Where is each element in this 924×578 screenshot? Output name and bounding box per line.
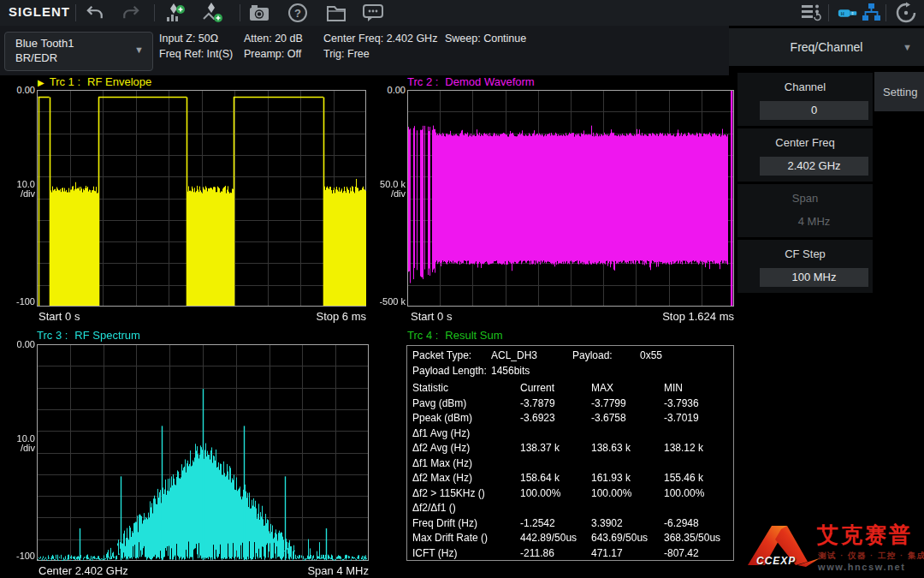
- table-cell: MIN: [664, 381, 683, 396]
- table-cell: 368.35/50us: [664, 531, 720, 546]
- trc2-y-bottom: -500 k: [371, 297, 406, 307]
- center-freq-value: Center Freq: 2.402 GHz: [323, 33, 437, 45]
- camera-icon[interactable]: [248, 2, 270, 24]
- svg-text:?: ?: [294, 7, 301, 20]
- table-cell: Δf1 Max (Hz): [412, 456, 472, 472]
- table-cell: 138.63 k: [591, 441, 631, 456]
- trace2-title[interactable]: Trc 2 :Demod Waveform: [407, 75, 535, 88]
- table-row: Δf2 Avg (Hz)138.37 k138.63 k138.12 k: [407, 441, 733, 456]
- trace3-title[interactable]: Trc 3 :RF Spectrum: [37, 329, 140, 342]
- table-cell: Statistic: [412, 381, 448, 396]
- trc1-x-stop: Stop 6 ms: [37, 310, 366, 323]
- measure-mode-dropdown[interactable]: Blue Tooth1 BR/EDR ▼: [4, 32, 153, 71]
- result-sum-table: Packet Type:ACL_DH3Payload:0x55Payload L…: [406, 345, 734, 561]
- sidebar-button-channel[interactable]: Channel0: [737, 73, 873, 126]
- table-cell: MAX: [591, 381, 613, 396]
- toolbar-divider: [828, 4, 829, 21]
- table-cell: 100.00%: [664, 486, 704, 502]
- table-cell: 158.64 k: [520, 471, 560, 486]
- sidebar-button-center-freq[interactable]: Center Freq2.402 GHz: [737, 128, 873, 182]
- trc1-y-mid: 10.0/div: [7, 180, 35, 199]
- button-label: CF Step: [737, 247, 873, 260]
- siglent-logo: SIGLENT: [9, 4, 70, 19]
- message-icon[interactable]: [362, 2, 384, 24]
- trc3-x-span: Span 4 MHz: [37, 564, 369, 577]
- trace4-title[interactable]: Trc 4 :Result Sum: [407, 329, 503, 342]
- toolbar-divider: [240, 4, 240, 21]
- accexp-wordmark: CCEXP: [756, 555, 796, 567]
- trc2-x-stop: Stop 1.624 ms: [407, 310, 734, 323]
- trc1-y-bottom: -100: [7, 297, 35, 307]
- demod-waveform-plot: [407, 90, 734, 307]
- table-row: Freq Drift (Hz)-1.25423.3902-6.2948: [407, 516, 733, 532]
- table-cell: 100.00%: [520, 486, 560, 502]
- table-cell: -807.42: [664, 546, 699, 562]
- redo-icon[interactable]: [120, 2, 142, 24]
- table-cell: ACL_DH3: [491, 349, 537, 364]
- accexp-chinese-name: 艾克赛普: [817, 521, 913, 549]
- table-row: Ppeak (dBm)-3.6923-3.6758-3.7019: [407, 411, 733, 426]
- button-label: Channel: [737, 80, 873, 93]
- table-cell: -6.2948: [664, 516, 699, 532]
- table-cell: 155.46 k: [664, 471, 703, 486]
- button-label: Center Freq: [737, 136, 873, 149]
- mode-line2: BR/EDR: [15, 51, 57, 64]
- table-cell: -3.6923: [520, 411, 555, 426]
- instrument-screen: SIGLENT ? H: [0, 0, 924, 578]
- button-value[interactable]: 0: [760, 101, 868, 120]
- trc1-y-top: 0.00: [7, 86, 35, 95]
- sidebar-button-cf-step[interactable]: CF Step100 MHz: [737, 240, 873, 293]
- undo-icon[interactable]: [84, 2, 106, 24]
- folder-icon[interactable]: [325, 2, 347, 24]
- table-cell: -3.7936: [664, 396, 699, 412]
- table-cell: 138.37 k: [520, 441, 560, 456]
- top-toolbar: SIGLENT ? H: [0, 0, 924, 26]
- button-value[interactable]: 100 MHz: [760, 268, 868, 287]
- table-row: Pavg (dBm)-3.7879-3.7799-3.7936: [407, 396, 733, 412]
- table-cell: -211.86: [520, 546, 554, 562]
- sidebar-menu-title: Freq/Channel: [791, 40, 863, 54]
- usb-icon[interactable]: H: [837, 2, 859, 24]
- table-cell: 161.93 k: [591, 471, 631, 486]
- restore-defaults-icon[interactable]: [895, 2, 917, 24]
- table-cell: Ppeak (dBm): [412, 411, 472, 426]
- table-cell: Packet Type:: [412, 349, 471, 364]
- task-list-icon[interactable]: [800, 2, 822, 24]
- table-cell: -3.7879: [520, 396, 555, 412]
- table-row: ICFT (Hz)-211.86471.17-807.42: [407, 546, 733, 562]
- trc3-y-mid: 10.0/div: [7, 434, 35, 453]
- accexp-a-mark: [746, 522, 821, 575]
- trc2-y-top: 0.00: [371, 86, 406, 95]
- table-cell: 0x55: [640, 349, 662, 364]
- table-cell: ICFT (Hz): [412, 546, 457, 562]
- sidebar-buttons: Channel0Center Freq2.402 GHzSpan4 MHzCF …: [737, 73, 873, 295]
- table-cell: Δf2 Avg (Hz): [412, 441, 470, 456]
- toolbar-divider: [154, 4, 155, 21]
- trc3-y-bottom: -100: [7, 551, 35, 561]
- lan-icon[interactable]: [860, 2, 882, 24]
- table-cell: 138.12 k: [664, 441, 703, 456]
- input-z-value: Input Z: 50Ω: [159, 33, 218, 45]
- table-cell: Payload Length:: [412, 364, 487, 379]
- rf-envelope-plot: [37, 90, 366, 307]
- table-cell: -3.7799: [591, 396, 626, 412]
- trace1-title[interactable]: ▶Trc 1 :RF Envelope: [38, 75, 151, 88]
- accexp-url: www.hncsw.net: [818, 562, 906, 572]
- add-marker-icon[interactable]: [202, 2, 224, 24]
- table-cell: Δf1 Avg (Hz): [412, 426, 470, 442]
- help-icon[interactable]: ?: [287, 2, 309, 24]
- add-trace-icon[interactable]: [164, 2, 187, 24]
- sidebar-menu-dropdown[interactable]: Freq/Channel ▼: [729, 28, 924, 66]
- trc2-y-mid: 50.0 k/div: [371, 180, 406, 199]
- trc3-y-top: 0.00: [7, 340, 35, 349]
- table-cell: -1.2542: [520, 516, 555, 532]
- button-value[interactable]: 2.402 GHz: [760, 157, 868, 176]
- chevron-down-icon: ▼: [903, 42, 912, 52]
- tab-setting[interactable]: Setting: [874, 72, 924, 111]
- atten-value: Atten: 20 dB: [244, 33, 303, 45]
- table-cell: Pavg (dBm): [412, 396, 466, 412]
- table-cell: 471.17: [591, 546, 623, 562]
- table-cell: Payload:: [572, 349, 613, 364]
- status-bar: Blue Tooth1 BR/EDR ▼ Input Z: 50Ω Freq R…: [0, 26, 729, 75]
- preamp-value: Preamp: Off: [244, 48, 301, 60]
